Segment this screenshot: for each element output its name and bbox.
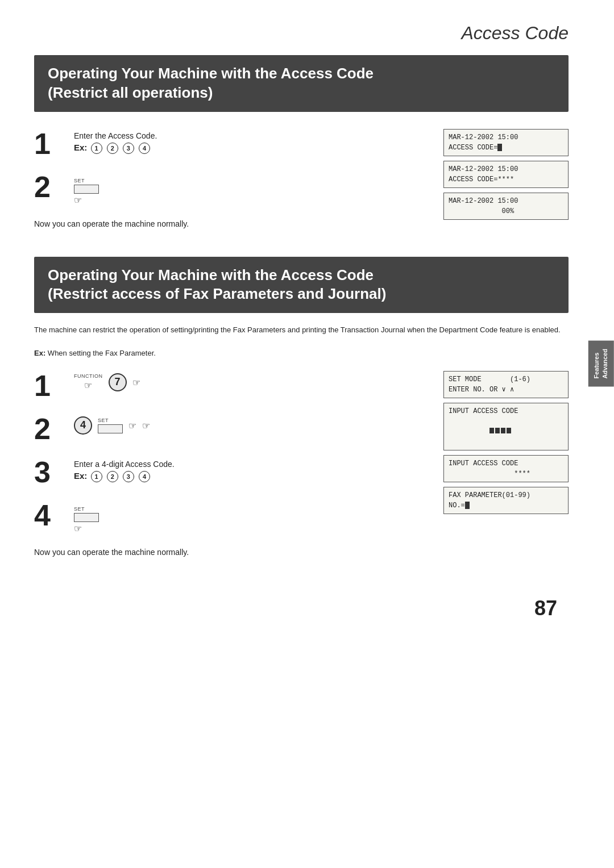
lcd2-line1: MAR-12-2002 15:00 <box>449 164 563 174</box>
set-rect-2 <box>98 424 123 433</box>
step-number-1: 1 <box>34 129 68 158</box>
set-rect-3 <box>74 513 99 522</box>
section2-step4-content: SET ☞ <box>74 500 426 534</box>
lcd-block-indicators <box>489 428 511 433</box>
section2-step1-content: FUNCTION ☞ 7 ☞ <box>74 371 426 391</box>
section2-step3-content: Enter a 4-digit Access Code. Ex: 1 2 3 4 <box>74 457 426 482</box>
hand-icon-3: ☞ <box>128 420 136 431</box>
lcd-block-1 <box>489 428 494 433</box>
set-label: SET <box>74 178 85 183</box>
s2-lcd1-line2: ENTER NO. OR ∨ ∧ <box>449 385 563 395</box>
s2-circle-2: 2 <box>107 471 118 482</box>
s2-lcd4-line1: FAX PARAMETER(01-99) <box>449 490 563 500</box>
set-label-3: SET <box>74 506 85 512</box>
circle-4: 4 <box>139 143 150 154</box>
section2-header-text: Operating Your Machine with the Access C… <box>48 266 555 304</box>
s2-lcd4-line2: NO.= <box>449 500 563 511</box>
s2-step-number-4: 4 <box>34 500 68 530</box>
lcd3-line1: MAR-12-2002 15:00 <box>449 196 563 206</box>
section1-step2-content: SET ☞ <box>74 172 426 206</box>
section2-ex-desc: Ex: Ex: When setting the Fax Parameter.W… <box>34 348 569 360</box>
function-label-box: FUNCTION ☞ <box>74 373 103 391</box>
lcd-block-3 <box>501 428 505 433</box>
function-label: FUNCTION <box>74 373 103 379</box>
section2-header: Operating Your Machine with the Access C… <box>34 257 569 314</box>
page-title: Access Code <box>34 23 569 44</box>
lcd2-line2: ACCESS CODE=**** <box>449 174 563 185</box>
s2-step-number-1: 1 <box>34 371 68 400</box>
s2-lcd3-line1: INPUT ACCESS CODE <box>449 458 563 469</box>
s2-lcd-screen-2: INPUT ACCESS CODE <box>443 403 569 450</box>
section2-step3-instruction: Enter a 4-digit Access Code. <box>74 460 426 469</box>
s2-lcd2-line1: INPUT ACCESS CODE <box>449 406 563 416</box>
section1-step1-content: Enter the Access Code. Ex: 1 2 3 4 <box>74 129 426 154</box>
page-number: 87 <box>34 596 569 620</box>
ex-bold: Ex: <box>34 349 45 357</box>
section2-lcd-screens: SET MODE (1-6) ENTER NO. OR ∨ ∧ INPUT AC… <box>443 371 569 514</box>
section2-step2-content: 4 SET ☞ ☞ <box>74 414 426 435</box>
lcd-screen-1: MAR-12-2002 15:00 ACCESS CODE= <box>443 129 569 156</box>
section2-step4: 4 SET ☞ <box>34 500 426 534</box>
section2-steps-area: 1 FUNCTION ☞ 7 ☞ 2 4 <box>34 371 569 574</box>
s2-lcd1-line1: SET MODE (1-6) <box>449 374 563 385</box>
lcd-block-2 <box>495 428 500 433</box>
s2-lcd-screen-4: FAX PARAMETER(01-99) NO.= <box>443 487 569 514</box>
circle-3: 3 <box>123 143 134 154</box>
section1-steps-area: 1 Enter the Access Code. Ex: 1 2 3 4 2 <box>34 129 569 245</box>
lcd-screen-3: MAR-12-2002 15:00 00% <box>443 193 569 220</box>
section2-normal-text: Now you can operate the machine normally… <box>34 548 426 557</box>
lcd1-line1: MAR-12-2002 15:00 <box>449 132 563 143</box>
section1-step1: 1 Enter the Access Code. Ex: 1 2 3 4 <box>34 129 426 158</box>
section2-step2: 2 4 SET ☞ ☞ <box>34 414 426 444</box>
section1-steps-left: 1 Enter the Access Code. Ex: 1 2 3 4 2 <box>34 129 426 245</box>
section1-step1-instruction: Enter the Access Code. <box>74 131 426 140</box>
lcd3-line2: 00% <box>449 206 563 216</box>
section2-step1: 1 FUNCTION ☞ 7 ☞ <box>34 371 426 400</box>
s2-circle-4: 4 <box>139 471 150 482</box>
hand-icon-4: ☞ <box>142 420 150 431</box>
circle-1: 1 <box>91 143 102 154</box>
section1-step2: 2 SET ☞ <box>34 172 426 206</box>
section1-step1-ex: Ex: 1 2 3 4 <box>74 143 426 154</box>
circle-2: 2 <box>107 143 118 154</box>
set-rect <box>74 185 99 194</box>
set-label-2: SET <box>98 418 109 423</box>
section2-steps-left: 1 FUNCTION ☞ 7 ☞ 2 4 <box>34 371 426 574</box>
side-tab: AdvancedFeatures <box>588 341 614 387</box>
section1-header-text: Operating Your Machine with the Access C… <box>48 64 555 103</box>
lcd1-line2: ACCESS CODE= <box>449 143 563 153</box>
set-button-icon-2: SET <box>98 418 123 433</box>
s2-circle-3: 3 <box>123 471 134 482</box>
set-button-icon-3: SET <box>74 506 99 522</box>
s2-lcd2-line2 <box>449 416 563 447</box>
s2-step-number-2: 2 <box>34 414 68 444</box>
function-key-area: FUNCTION ☞ 7 ☞ <box>74 373 426 391</box>
section2-description: The machine can restrict the operation o… <box>34 324 569 336</box>
s2-circle-1: 1 <box>91 471 102 482</box>
s2-lcd3-line2: **** <box>449 469 563 479</box>
key-7-circle: 7 <box>109 373 127 391</box>
hand-icon-2: ☞ <box>132 377 140 388</box>
section2-step3: 3 Enter a 4-digit Access Code. Ex: 1 2 3… <box>34 457 426 487</box>
lcd-screen-2: MAR-12-2002 15:00 ACCESS CODE=**** <box>443 161 569 188</box>
ex-label-3: Ex: <box>74 471 87 481</box>
s2-lcd-screen-1: SET MODE (1-6) ENTER NO. OR ∨ ∧ <box>443 371 569 398</box>
hand-icon-1: ☞ <box>84 380 92 391</box>
ex-label: Ex: <box>74 143 87 152</box>
step-number-2: 2 <box>34 172 68 202</box>
set-button-icon: SET <box>74 178 99 194</box>
lcd-block-4 <box>507 428 511 433</box>
section1-header: Operating Your Machine with the Access C… <box>34 55 569 112</box>
lcd-cursor-2 <box>465 502 470 509</box>
section1-normal-text: Now you can operate the machine normally… <box>34 219 426 228</box>
hand-pointer-icon: ☞ <box>74 195 426 206</box>
lcd-cursor <box>497 144 502 151</box>
section2-step3-ex: Ex: 1 2 3 4 <box>74 471 426 482</box>
section1-lcd-screens: MAR-12-2002 15:00 ACCESS CODE= MAR-12-20… <box>443 129 569 220</box>
s2-step-number-3: 3 <box>34 457 68 487</box>
side-tab-text: AdvancedFeatures <box>593 349 608 379</box>
step2-key-area: 4 SET ☞ ☞ <box>74 416 426 435</box>
s2-lcd-screen-3: INPUT ACCESS CODE **** <box>443 455 569 482</box>
hand-icon-5: ☞ <box>74 523 426 534</box>
key-4-circle: 4 <box>74 416 92 435</box>
